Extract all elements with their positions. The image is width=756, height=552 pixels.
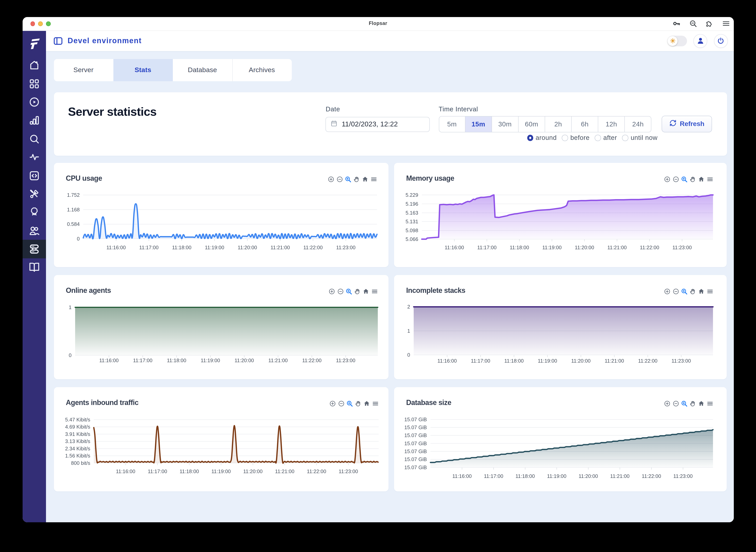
chart-plot-agents[interactable]: 0111:16:0011:17:0011:18:0011:19:0011:20:… [54, 275, 388, 379]
browser-puzzle-button[interactable] [705, 20, 714, 28]
sidebar-item-servers[interactable] [22, 240, 46, 258]
x-tick-label: 11:16:00 [106, 245, 126, 251]
x-tick-label: 11:18:00 [510, 245, 529, 251]
tab-stats[interactable]: Stats [113, 59, 173, 81]
interval-6h[interactable]: 6h [572, 116, 598, 133]
sidebar-item-users[interactable] [22, 222, 46, 240]
radio-around[interactable]: around [527, 134, 556, 142]
series-area [414, 307, 713, 355]
y-tick-label: 1 [69, 304, 72, 310]
x-tick-label: 11:17:00 [139, 245, 158, 251]
x-tick-label: 11:18:00 [516, 473, 535, 479]
y-tick-label: 4.69 Kibit/s [65, 424, 90, 430]
interval-5m[interactable]: 5m [438, 116, 465, 133]
main-area: Devel environment ServerStatsDatabaseArc… [46, 31, 734, 522]
y-tick-label: 0 [69, 353, 72, 358]
user-button[interactable] [694, 34, 708, 48]
sidebar-item-tools[interactable] [22, 185, 46, 203]
y-tick-label: 15.07 GiB [404, 441, 427, 446]
sidebar-item-activity[interactable] [22, 148, 46, 166]
sidebar-item-code[interactable] [22, 166, 46, 185]
y-tick-label: 1.56 Kibit/s [65, 453, 90, 458]
sidebar-toggle-button[interactable] [52, 35, 64, 47]
tab-database[interactable]: Database [173, 59, 232, 81]
y-tick-label: 0.584 [67, 222, 80, 227]
chart-card-cpu: CPU usage00.5841.1681.75211:16:0011:17:0… [54, 163, 388, 267]
app-shell: Devel environment ServerStatsDatabaseArc… [22, 31, 734, 522]
x-tick-label: 11:20:00 [238, 245, 257, 251]
y-tick-label: 5.196 [405, 201, 418, 207]
server-statistics-panel: Server statistics Date 11/02/2023, 12:22… [54, 92, 727, 156]
sun-icon [669, 37, 676, 44]
flopsar-logo[interactable] [22, 31, 46, 56]
x-tick-label: 11:19:00 [201, 358, 220, 363]
activity-icon [28, 151, 40, 163]
y-tick-label: 3.91 Kibit/s [65, 431, 90, 437]
x-tick-label: 11:23:00 [671, 358, 691, 364]
x-tick-label: 11:22:00 [638, 358, 657, 364]
browser-key-button[interactable] [672, 20, 681, 28]
theme-toggle[interactable] [667, 36, 687, 46]
refresh-button[interactable]: Refresh [661, 116, 712, 132]
browser-menu-button[interactable] [722, 20, 730, 28]
sidebar-item-play[interactable] [22, 93, 46, 111]
sidebar-item-charts[interactable] [22, 111, 46, 130]
interval-2h[interactable]: 2h [545, 116, 572, 133]
date-input[interactable]: 11/02/2023, 12:22 [326, 117, 429, 132]
browser-zoom-out-button[interactable] [689, 20, 697, 28]
x-tick-label: 11:17:00 [477, 245, 497, 251]
interval-60m[interactable]: 60m [518, 116, 545, 133]
page-title: Server statistics [68, 105, 157, 119]
chart-card-dbsize: Database size15.07 GiB15.07 GiB15.07 GiB… [394, 387, 727, 491]
tab-bar: ServerStatsDatabaseArchives [54, 59, 291, 81]
chart-plot-cpu[interactable]: 00.5841.1681.75211:16:0011:17:0011:18:00… [54, 163, 388, 267]
interval-24h[interactable]: 24h [625, 116, 651, 133]
code-icon [28, 170, 40, 181]
time-interval-label: Time Interval [438, 105, 478, 113]
sidebar-item-apps[interactable] [22, 75, 46, 93]
theme-toggle-knob [668, 36, 678, 46]
interval-12h[interactable]: 12h [598, 116, 625, 133]
zoom-out-icon [689, 20, 697, 28]
date-value: 11/02/2023, 12:22 [342, 120, 398, 129]
interval-mode-group: aroundbeforeafteruntil now [527, 134, 657, 142]
y-tick-label: 2.34 Kibit/s [65, 446, 90, 451]
sidebar-item-badge[interactable] [22, 203, 46, 222]
sidebar-item-search[interactable] [22, 130, 46, 148]
tab-server[interactable]: Server [54, 59, 113, 81]
radio-after[interactable]: after [595, 134, 617, 142]
date-label: Date [326, 105, 340, 113]
x-tick-label: 11:23:00 [672, 245, 692, 251]
radio-until-now[interactable]: until now [622, 134, 658, 142]
y-tick-label: 1.168 [67, 207, 80, 213]
series-area [75, 307, 378, 356]
y-tick-label: 0 [407, 352, 410, 358]
x-tick-label: 11:20:00 [575, 245, 594, 251]
interval-15m[interactable]: 15m [465, 116, 492, 133]
y-tick-label: 0 [77, 236, 80, 242]
bar-chart-icon [28, 115, 40, 126]
servers-icon [28, 243, 40, 255]
chart-plot-dbsize[interactable]: 15.07 GiB15.07 GiB15.07 GiB15.07 GiB15.0… [394, 387, 727, 491]
y-tick-label: 5.131 [405, 219, 418, 225]
chart-card-memory: Memory usage5.0665.0985.1315.1635.1965.2… [394, 163, 727, 267]
refresh-icon [669, 119, 677, 127]
y-tick-label: 1.752 [67, 192, 80, 198]
tab-archives[interactable]: Archives [232, 59, 291, 81]
chart-plot-traffic[interactable]: 800 bit/s1.56 Kibit/s2.34 Kibit/s3.13 Ki… [54, 387, 388, 491]
chart-plot-memory[interactable]: 5.0665.0985.1315.1635.1965.22911:16:0011… [394, 163, 727, 267]
radio-label: until now [631, 134, 658, 142]
radio-before[interactable]: before [562, 134, 590, 142]
x-tick-label: 11:23:00 [336, 358, 355, 363]
power-button[interactable] [714, 34, 728, 48]
x-tick-label: 11:16:00 [445, 245, 464, 251]
sidebar-item-docs[interactable] [22, 258, 46, 277]
interval-30m[interactable]: 30m [492, 116, 518, 133]
key-icon [672, 20, 681, 28]
sidebar-item-home[interactable] [22, 56, 46, 75]
titlebar: Flopsar [22, 17, 734, 31]
x-tick-label: 11:16:00 [116, 468, 135, 474]
x-tick-label: 11:20:00 [243, 468, 262, 474]
chart-plot-stacks[interactable]: 01211:16:0011:17:0011:18:0011:19:0011:20… [394, 275, 727, 379]
y-tick-label: 5.163 [405, 210, 418, 216]
